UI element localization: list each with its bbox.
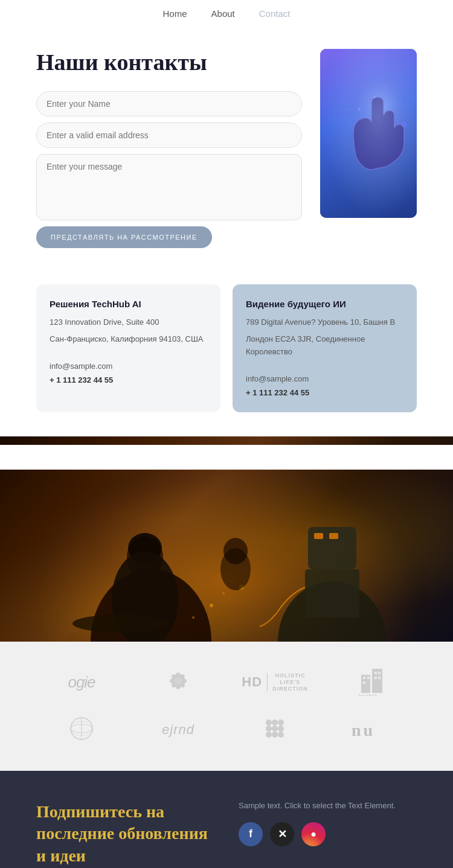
svg-point-48 — [278, 726, 284, 732]
svg-line-3 — [384, 85, 408, 106]
svg-point-1 — [401, 121, 407, 127]
svg-text:brighto: brighto — [358, 693, 377, 696]
svg-point-19 — [222, 592, 225, 595]
card-1-title: Решения TechHub AI — [50, 299, 207, 309]
page-title: Наши контакты — [36, 49, 302, 77]
social-icons: f ✕ ● — [239, 822, 417, 846]
logo-brighto: brighto — [355, 666, 388, 699]
svg-point-51 — [278, 732, 284, 738]
svg-point-12 — [72, 614, 169, 633]
logo-nu: nu — [350, 716, 393, 744]
card-2-email[interactable]: info@sample.com — [246, 374, 403, 383]
logo-ogie: ogie — [68, 673, 95, 692]
svg-point-50 — [272, 732, 278, 738]
svg-rect-32 — [367, 677, 370, 679]
banner-nav-contact[interactable]: Contact — [259, 453, 291, 464]
card-2-address1: 789 Digital Avenue? Уровень 10, Башня В — [246, 316, 403, 329]
svg-point-21 — [192, 616, 194, 619]
hero-section: Наши контакты ПРЕДСТАВЛЯТЬ НА РАССМОТРЕН… — [0, 25, 453, 272]
instagram-icon[interactable]: ● — [301, 822, 326, 846]
x-twitter-icon[interactable]: ✕ — [270, 822, 294, 846]
svg-point-0 — [341, 73, 408, 158]
svg-rect-36 — [374, 677, 377, 679]
logo-sphere — [66, 713, 97, 747]
nav-contact[interactable]: Contact — [259, 8, 291, 19]
subscribe-section: Подпишитесь на последние обновления и ид… — [0, 771, 453, 868]
contact-form: ПРЕДСТАВЛЯТЬ НА РАССМОТРЕНИЕ — [36, 91, 302, 248]
svg-point-4 — [358, 108, 361, 110]
card-1-phone: + 1 111 232 44 55 — [50, 375, 113, 385]
svg-point-43 — [266, 720, 272, 726]
contact-cards: Решения TechHub AI 123 Innovation Drive,… — [0, 272, 453, 436]
banner-nav-home[interactable]: Home — [163, 453, 187, 464]
card-1-email[interactable]: info@sample.com — [50, 362, 207, 371]
svg-point-44 — [272, 720, 278, 726]
logos-section: ogie HD HOLISTICLIFE'SDIRECTION — [0, 642, 453, 771]
subscribe-right: Sample text. Click to select the Text El… — [239, 801, 417, 846]
svg-rect-35 — [378, 672, 381, 674]
svg-rect-16 — [329, 533, 338, 539]
hero-left: Наши контакты ПРЕДСТАВЛЯТЬ НА РАССМОТРЕН… — [36, 49, 302, 248]
svg-rect-17 — [305, 569, 359, 617]
svg-point-28 — [175, 677, 182, 685]
logo-ejrnd: ejrnd — [162, 722, 194, 738]
svg-point-45 — [278, 720, 284, 726]
banner-nav-about[interactable]: About — [211, 453, 235, 464]
svg-point-5 — [373, 96, 376, 98]
nav-about[interactable]: About — [211, 8, 235, 19]
banner-section: Home About Contact — [0, 436, 453, 642]
svg-rect-33 — [363, 681, 365, 684]
svg-point-18 — [210, 604, 213, 607]
card-2-title: Видение будущего ИИ — [246, 299, 403, 309]
name-input[interactable] — [36, 91, 302, 116]
card-1-address1: 123 Innovation Drive, Suite 400 — [50, 316, 207, 329]
facebook-icon[interactable]: f — [239, 822, 263, 846]
contact-card-1: Решения TechHub AI 123 Innovation Drive,… — [36, 284, 220, 412]
top-nav: Home About Contact — [0, 0, 453, 25]
svg-point-46 — [266, 726, 272, 732]
svg-rect-37 — [378, 677, 381, 679]
banner-nav: Home About Contact — [0, 445, 453, 470]
svg-text:nu: nu — [352, 721, 375, 739]
logo-flower — [163, 666, 193, 699]
svg-point-23 — [223, 538, 248, 564]
card-2-address2: Лондон EC2A 3JR, Соединенное Королевство — [246, 333, 403, 359]
logo-dots — [260, 713, 290, 747]
submit-button[interactable]: ПРЕДСТАВЛЯТЬ НА РАССМОТРЕНИЕ — [36, 226, 212, 248]
nav-home[interactable]: Home — [163, 8, 187, 19]
svg-rect-31 — [363, 677, 365, 679]
hero-image-container — [320, 49, 417, 218]
email-input[interactable] — [36, 123, 302, 148]
subscribe-sample-text: Sample text. Click to select the Text El… — [239, 801, 417, 810]
svg-point-47 — [272, 726, 278, 732]
card-2-phone: + 1 111 232 44 55 — [246, 388, 309, 397]
subscribe-left: Подпишитесь на последние обновления и ид… — [36, 801, 214, 868]
message-input[interactable] — [36, 154, 302, 220]
svg-rect-15 — [314, 533, 323, 539]
subscribe-title: Подпишитесь на последние обновления и ид… — [36, 801, 214, 867]
svg-point-49 — [266, 732, 272, 738]
contact-card-2: Видение будущего ИИ 789 Digital Avenue? … — [233, 284, 417, 412]
svg-rect-30 — [372, 669, 382, 693]
card-1-address2: Сан-Франциско, Калифорния 94103, США — [50, 333, 207, 346]
svg-line-2 — [378, 73, 399, 97]
hero-image-inner — [320, 49, 417, 218]
hero-image — [320, 49, 417, 218]
logo-hd: HD HOLISTICLIFE'SDIRECTION — [242, 672, 307, 692]
svg-rect-34 — [374, 672, 377, 674]
